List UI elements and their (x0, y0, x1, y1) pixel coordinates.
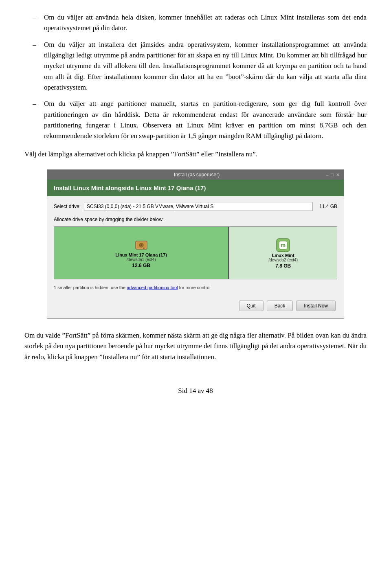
partition-left-name: Linux Mint 17 Qiana (17) (115, 252, 167, 257)
svg-rect-4 (143, 248, 145, 249)
page-footer: Sid 14 av 48 (24, 387, 367, 395)
svg-point-3 (141, 244, 142, 246)
drive-label: Select drive: (54, 204, 81, 209)
bullet-item-2: Om du väljer att installera det jämsides… (33, 39, 367, 93)
drive-row: Select drive: SCSI33 (0,0,0) (sda) - 21.… (54, 202, 337, 211)
partition-right-dev: /dev/sda2 (ext4) (268, 258, 298, 262)
hidden-note-suffix: for more control (178, 285, 211, 290)
installer-window: Install (as superuser) – □ ✕ Install Lin… (47, 169, 344, 319)
window-body: Install Linux Mint alongside Linux Mint … (47, 180, 344, 318)
partition-left-dev: /dev/sda1 (ext4) (127, 257, 156, 262)
bullet-item-1: Om du väljer att använda hela disken, ko… (33, 12, 367, 34)
bullet-list: Om du väljer att använda hela disken, ko… (24, 12, 367, 142)
close-icon[interactable]: ✕ (336, 172, 340, 178)
instruction-text: Välj det lämpliga alternativet och klick… (24, 149, 367, 160)
advanced-partitioning-link[interactable]: advanced partitioning tool (127, 285, 178, 290)
drive-select[interactable]: SCSI33 (0,0,0) (sda) - 21.5 GB VMware, V… (84, 202, 313, 211)
screenshot-wrapper: Install (as superuser) – □ ✕ Install Lin… (24, 169, 367, 319)
window-content: Select drive: SCSI33 (0,0,0) (sda) - 21.… (47, 196, 344, 318)
partition-left: Linux Mint 17 Qiana (17) /dev/sda1 (ext4… (54, 227, 229, 279)
partition-right-name: Linux Mint (272, 253, 294, 258)
window-controls: – □ ✕ (326, 172, 340, 178)
button-row: Quit Back Install Now (54, 296, 337, 313)
partition-right-size: 7.8 GB (275, 263, 291, 269)
window-titlebar: Install (as superuser) – □ ✕ (47, 170, 344, 180)
hidden-note: 1 smaller partition is hidden, use the a… (54, 285, 337, 290)
partition-left-size: 12.6 GB (132, 263, 150, 268)
partition-right: m Linux Mint /dev/sda2 (ext4) 7.8 GB (229, 227, 337, 279)
back-button[interactable]: Back (267, 301, 293, 311)
minimize-icon[interactable]: – (326, 172, 328, 178)
install-now-button[interactable]: Install Now (296, 301, 336, 311)
mint-logo-icon: m (275, 237, 291, 253)
page-number: Sid 14 av 48 (178, 387, 213, 395)
install-header: Install Linux Mint alongside Linux Mint … (47, 180, 344, 196)
hidden-note-prefix: 1 smaller partition is hidden, use the (54, 285, 127, 290)
partition-bar[interactable]: Linux Mint 17 Qiana (17) /dev/sda1 (ext4… (54, 226, 337, 279)
allocate-label: Allocate drive space by dragging the div… (54, 217, 337, 222)
window-title: Install (as superuser) (68, 172, 326, 178)
bullet-item-3: Om du väljer att ange partitioner manuel… (33, 99, 367, 141)
hdd-icon-left (134, 238, 149, 252)
drive-size: 11.4 GB (319, 204, 337, 209)
closing-paragraph: Om du valde ”FortSätt” på förra skärmen,… (24, 330, 367, 362)
svg-text:m: m (281, 242, 286, 248)
quit-button[interactable]: Quit (239, 301, 264, 311)
maximize-icon[interactable]: □ (331, 172, 334, 178)
